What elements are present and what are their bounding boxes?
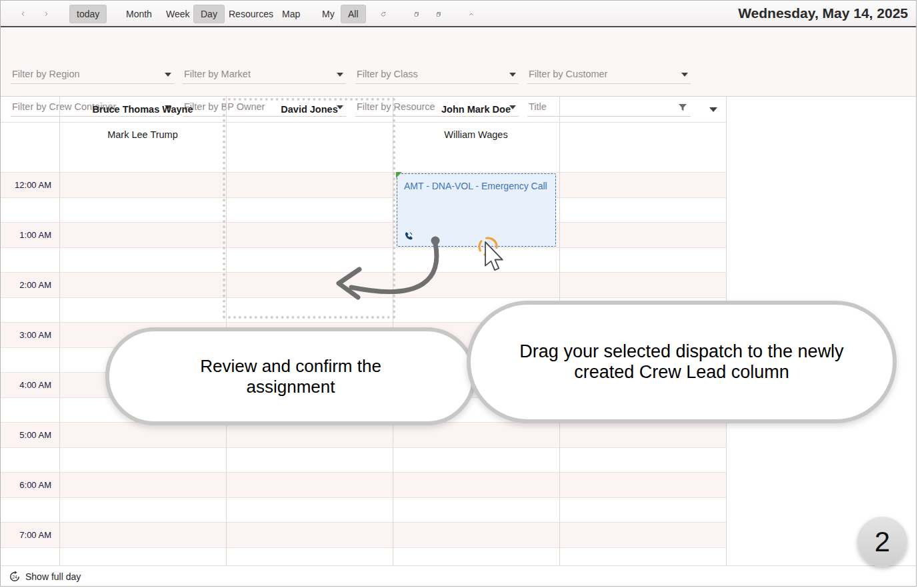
view-day-button[interactable]: Day (193, 5, 225, 23)
time-label: 12:00 AM (1, 180, 51, 190)
column-header-lead-3[interactable]: John Mark Doe (393, 97, 559, 121)
refresh-button[interactable] (374, 5, 393, 23)
scope-my-button[interactable]: My (315, 5, 341, 23)
filter-customer[interactable]: Filter by Customer (527, 65, 691, 84)
copy-multiple-button[interactable] (429, 5, 448, 23)
filter-panel: Filter by Region Filter by Market Filter… (1, 29, 917, 96)
refresh-icon (381, 8, 386, 21)
filter-region-label: Filter by Region (12, 69, 80, 79)
next-button[interactable] (37, 5, 55, 23)
step-badge: 2 (857, 517, 907, 567)
prev-button[interactable] (14, 5, 33, 23)
copy-button[interactable] (407, 5, 426, 23)
grid-line (1, 96, 917, 97)
column-header-member-1[interactable]: Mark Lee Trump (59, 123, 226, 147)
filter-class[interactable]: Filter by Class (355, 65, 519, 84)
column-header-member-4[interactable] (559, 123, 726, 147)
view-month-button[interactable]: Month (119, 5, 159, 23)
chevron-left-icon (21, 9, 26, 19)
scheduler-app: today Month Week Day Resources Map My Al… (0, 0, 917, 587)
chevron-down-icon (681, 73, 688, 77)
show-full-day-button[interactable]: 24 Show full day (9, 571, 81, 583)
chevron-up-icon (469, 10, 474, 19)
callout-review: Review and confirm the assignment (105, 327, 476, 425)
event-flag-icon (396, 172, 402, 178)
time-label: 3:00 AM (1, 330, 51, 340)
collapse-toolbar-button[interactable] (462, 5, 481, 23)
show-full-day-label: Show full day (25, 571, 81, 582)
chevron-right-icon (43, 9, 49, 19)
filter-region[interactable]: Filter by Region (11, 65, 174, 84)
callout-drag-text: Drag your selected dispatch to the newly… (517, 341, 846, 383)
resource-select-dropdown[interactable] (705, 101, 722, 117)
full-day-clock-icon: 24 (9, 571, 21, 583)
callout-drag: Drag your selected dispatch to the newly… (467, 301, 897, 423)
grid-line (59, 96, 60, 566)
time-label: 7:00 AM (1, 530, 51, 540)
callout-review-text: Review and confirm the assignment (168, 356, 413, 397)
column-header-member-3[interactable]: William Wages (393, 123, 559, 147)
today-button[interactable]: today (69, 5, 107, 23)
svg-text:24: 24 (12, 575, 17, 579)
time-label: 5:00 AM (1, 430, 51, 440)
drop-target-highlight[interactable] (223, 98, 395, 319)
chevron-down-icon (165, 73, 171, 77)
step-number: 2 (875, 526, 890, 558)
phone-icon (403, 231, 413, 241)
copy-multiple-icon (436, 9, 441, 20)
chevron-down-icon (509, 73, 516, 77)
copy-icon (414, 9, 419, 20)
filter-market-label: Filter by Market (184, 69, 251, 79)
toolbar: today Month Week Day Resources Map My Al… (1, 1, 917, 27)
column-header-lead-4[interactable] (559, 97, 726, 121)
time-label: 2:00 AM (1, 280, 51, 290)
view-resources-button[interactable]: Resources (222, 5, 280, 23)
event-card[interactable]: AMT - DNA-VOL - Emergency Call (397, 173, 556, 247)
view-map-button[interactable]: Map (275, 5, 307, 23)
time-label: 1:00 AM (1, 230, 51, 240)
filter-market[interactable]: Filter by Market (183, 65, 346, 84)
time-label: 4:00 AM (1, 380, 51, 390)
filter-customer-label: Filter by Customer (529, 69, 607, 79)
time-label: 6:00 AM (1, 480, 51, 490)
view-week-button[interactable]: Week (159, 5, 197, 23)
date-title: Wednesday, May 14, 2025 (738, 5, 908, 21)
chevron-down-icon (709, 107, 717, 112)
chevron-down-icon (337, 73, 343, 77)
column-header-lead-1[interactable]: Bruce Thomas Wayne (59, 97, 226, 121)
event-title: AMT - DNA-VOL - Emergency Call (404, 179, 549, 193)
scope-all-button[interactable]: All (341, 5, 366, 23)
footer-bar: 24 Show full day (1, 565, 917, 587)
filter-class-label: Filter by Class (357, 69, 418, 79)
